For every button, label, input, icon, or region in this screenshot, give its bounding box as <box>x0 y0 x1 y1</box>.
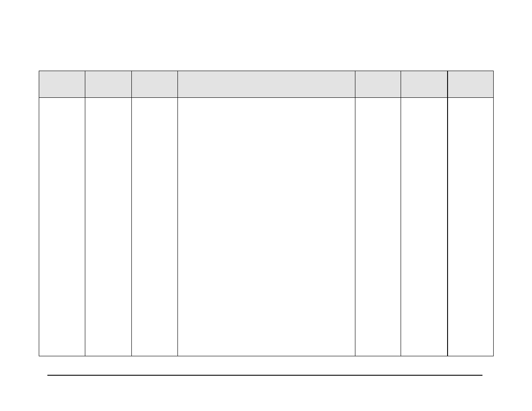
table-cell <box>39 98 85 356</box>
table-cell <box>132 98 178 356</box>
table-cell <box>448 98 494 356</box>
table-header-cell <box>448 71 494 98</box>
table-header-cell <box>132 71 178 98</box>
table-header-cell <box>401 71 448 98</box>
table-cell <box>178 98 355 356</box>
table-header-cell <box>178 71 355 98</box>
table-header-cell <box>355 71 401 98</box>
table-header-cell <box>85 71 132 98</box>
document-table <box>39 71 493 356</box>
table-cell <box>355 98 401 356</box>
table-header-row <box>39 71 494 98</box>
footer-divider <box>47 375 482 376</box>
data-table <box>39 71 494 356</box>
table-cell <box>401 98 448 356</box>
table-header-cell <box>39 71 85 98</box>
table-row <box>39 98 494 356</box>
table-cell <box>85 98 132 356</box>
